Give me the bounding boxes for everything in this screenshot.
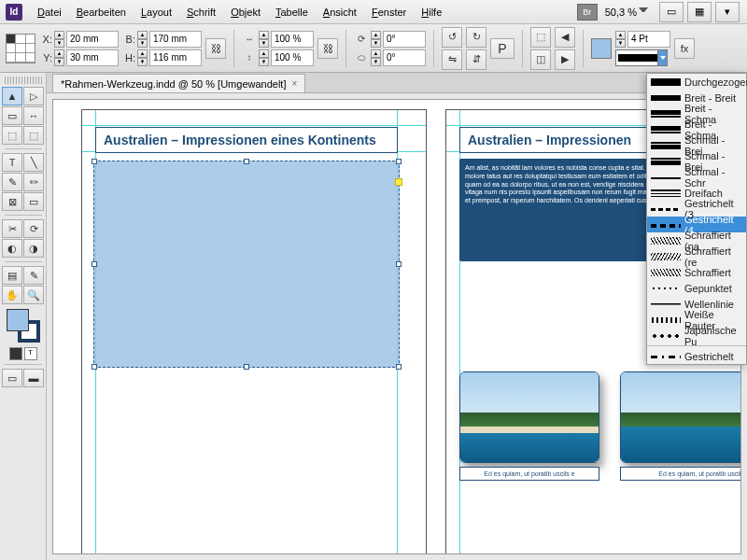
eyedropper-tool[interactable]: ✎ bbox=[23, 266, 44, 285]
rotate-cw-button[interactable]: ↻ bbox=[466, 27, 486, 48]
app-icon: Id bbox=[6, 4, 22, 21]
control-bar: X:▲▼20 mm Y:▲▼30 mm B:▲▼170 mm H:▲▼116 m… bbox=[0, 24, 747, 73]
fill-stroke-swatch[interactable] bbox=[7, 309, 40, 343]
panel-grip[interactable] bbox=[5, 77, 42, 84]
x-down[interactable]: ▼ bbox=[54, 39, 64, 48]
apply-text-button[interactable]: T bbox=[24, 347, 37, 360]
menu-bar: Id DateiBearbeitenLayoutSchriftObjektTab… bbox=[0, 0, 747, 24]
menu-tabelle[interactable]: Tabelle bbox=[268, 3, 316, 21]
workspace-button[interactable]: ▾ bbox=[715, 2, 740, 22]
w-field[interactable]: 170 mm bbox=[149, 31, 202, 48]
scale-x-icon: ↔ bbox=[242, 32, 257, 47]
stroke-option[interactable]: Durchgezoger bbox=[647, 74, 746, 90]
select-prev-button[interactable]: ◀ bbox=[555, 27, 575, 48]
y-up[interactable]: ▲ bbox=[54, 49, 64, 58]
menu-datei[interactable]: Datei bbox=[30, 3, 69, 21]
shear-icon: ⬭ bbox=[354, 50, 369, 65]
menu-bearbeiten[interactable]: Bearbeiten bbox=[69, 3, 134, 21]
selected-frame[interactable] bbox=[93, 161, 400, 368]
stroke-option[interactable]: Schmal - Schr bbox=[647, 169, 746, 185]
pen-tool[interactable]: ✎ bbox=[2, 173, 22, 191]
scale-x-field[interactable]: 100 % bbox=[271, 31, 314, 48]
tab-close-button[interactable]: × bbox=[291, 78, 297, 89]
zoom-level[interactable]: 50,3 % bbox=[605, 7, 648, 18]
document-tab[interactable]: *Rahmen-Werkzeug.indd @ 50 % [Umgewandel… bbox=[52, 74, 305, 92]
stroke-weight-field[interactable]: 4 Pt bbox=[627, 31, 670, 48]
text-on-path-icon[interactable]: P bbox=[490, 38, 514, 59]
type-tool[interactable]: T bbox=[2, 153, 22, 172]
scale-y-field[interactable]: 100 % bbox=[271, 49, 314, 66]
stroke-option[interactable]: Gepunktet bbox=[647, 280, 746, 296]
tab-bar: *Rahmen-Werkzeug.indd @ 50 % [Umgewandel… bbox=[47, 73, 747, 93]
flip-v-button[interactable]: ⇵ bbox=[466, 49, 486, 70]
content-collector-tool[interactable]: ⬚ bbox=[2, 126, 22, 145]
image-frame-2 bbox=[620, 371, 741, 463]
menu-ansicht[interactable]: Ansicht bbox=[316, 3, 364, 21]
reference-point[interactable] bbox=[6, 34, 35, 63]
y-field[interactable]: 30 mm bbox=[66, 49, 119, 66]
line-tool[interactable]: ╲ bbox=[23, 153, 44, 172]
x-up[interactable]: ▲ bbox=[54, 31, 64, 39]
menu-schrift[interactable]: Schrift bbox=[179, 3, 223, 21]
stroke-option[interactable]: Schraffiert (re bbox=[647, 248, 746, 264]
constrain-scale-icon[interactable]: ⛓ bbox=[317, 38, 338, 59]
fill-swatch[interactable] bbox=[591, 38, 612, 59]
rotate-icon: ⟳ bbox=[354, 32, 369, 47]
stroke-option[interactable]: Gestrichelt bbox=[647, 348, 746, 364]
stroke-style-dropdown[interactable] bbox=[615, 49, 668, 66]
scissors-tool[interactable]: ✂ bbox=[2, 219, 22, 238]
screen-mode-button[interactable]: ▭ bbox=[659, 2, 684, 22]
image-frame-1 bbox=[459, 371, 599, 463]
scale-y-icon: ↕ bbox=[242, 50, 257, 65]
menu-fenster[interactable]: Fenster bbox=[364, 3, 414, 21]
title-frame: Australien – Impressionen eines Kontinen… bbox=[95, 127, 398, 153]
effects-button[interactable]: fx bbox=[674, 38, 695, 59]
select-container-button[interactable]: ⬚ bbox=[530, 27, 551, 48]
h-field[interactable]: 116 mm bbox=[149, 49, 202, 66]
rotation-field[interactable]: 0° bbox=[383, 31, 426, 48]
select-content-button[interactable]: ◫ bbox=[530, 49, 551, 70]
preview-view-button[interactable]: ▬ bbox=[23, 369, 44, 387]
free-transform-tool[interactable]: ⟳ bbox=[23, 219, 44, 238]
gradient-swatch-tool[interactable]: ◐ bbox=[2, 239, 22, 258]
note-tool[interactable]: ▤ bbox=[2, 266, 22, 285]
zoom-tool[interactable]: 🔍 bbox=[23, 286, 44, 304]
gradient-feather-tool[interactable]: ◑ bbox=[23, 239, 44, 258]
rectangle-frame-tool[interactable]: ⊠ bbox=[2, 192, 22, 211]
apply-color-button[interactable] bbox=[9, 347, 22, 360]
pencil-tool[interactable]: ✏ bbox=[23, 173, 44, 191]
page-tool[interactable]: ▭ bbox=[2, 106, 22, 125]
select-next-button[interactable]: ▶ bbox=[555, 49, 575, 70]
hand-tool[interactable]: ✋ bbox=[2, 286, 22, 304]
toolbox: ▲▷ ▭↔ ⬚⬚ T╲ ✎✏ ⊠▭ ✂⟳ ◐◑ ▤✎ ✋🔍 T ▭▬ bbox=[0, 73, 47, 560]
rectangle-tool[interactable]: ▭ bbox=[23, 192, 44, 211]
arrange-button[interactable]: ▦ bbox=[687, 2, 712, 22]
rotate-ccw-button[interactable]: ↺ bbox=[442, 27, 462, 48]
stroke-option[interactable]: Japanische Pu bbox=[647, 328, 746, 343]
y-down[interactable]: ▼ bbox=[54, 58, 64, 66]
selection-tool[interactable]: ▲ bbox=[2, 87, 22, 105]
x-field[interactable]: 20 mm bbox=[66, 31, 119, 48]
menu-layout[interactable]: Layout bbox=[134, 3, 179, 21]
caption-2: Ed es quiam, ut poratib uscils e bbox=[620, 467, 741, 481]
page-left: Australien – Impressionen eines Kontinen… bbox=[81, 109, 427, 554]
bridge-button[interactable]: Br bbox=[577, 4, 598, 21]
document-area: *Rahmen-Werkzeug.indd @ 50 % [Umgewandel… bbox=[47, 73, 747, 560]
gap-tool[interactable]: ↔ bbox=[23, 106, 44, 125]
content-placer-tool[interactable]: ⬚ bbox=[23, 126, 44, 145]
menu-objekt[interactable]: Objekt bbox=[223, 3, 268, 21]
flip-h-button[interactable]: ⇋ bbox=[442, 49, 462, 70]
caption-1: Ed es quiam, ut poratib uscils e bbox=[459, 467, 599, 481]
constrain-icon[interactable]: ⛓ bbox=[205, 38, 226, 59]
stroke-style-panel: DurchgezogerBreit - BreitBreit - SchmaBr… bbox=[646, 73, 747, 365]
canvas[interactable]: Australien – Impressionen eines Kontinen… bbox=[52, 99, 741, 554]
corner-options-widget[interactable] bbox=[395, 178, 402, 186]
normal-view-button[interactable]: ▭ bbox=[2, 369, 22, 387]
shear-field[interactable]: 0° bbox=[383, 49, 426, 66]
direct-selection-tool[interactable]: ▷ bbox=[23, 87, 44, 105]
menu-hilfe[interactable]: Hilfe bbox=[414, 3, 449, 21]
